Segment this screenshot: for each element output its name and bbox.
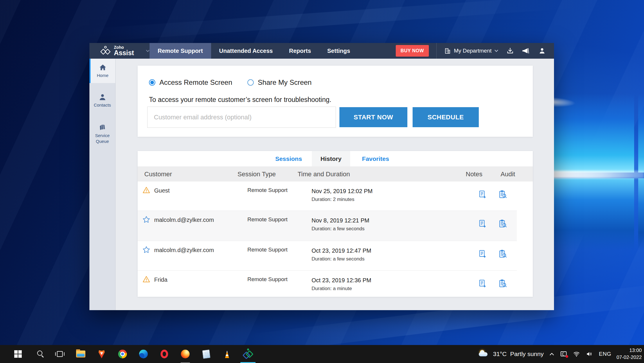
contacts-person-icon <box>99 94 106 100</box>
language-indicator[interactable]: ENG <box>599 351 611 357</box>
zoho-assist-window: Zoho Assist Remote Support Unattended Ac… <box>89 43 554 310</box>
session-type: Remote Support <box>247 247 287 253</box>
temperature: 31°C <box>493 351 507 357</box>
announcements-megaphone-icon[interactable] <box>522 47 530 55</box>
windows-taskbar: 31°C Partly sunny <box>0 345 644 363</box>
warning-icon <box>142 186 150 194</box>
session-duration: Duration: a minute <box>312 286 352 292</box>
system-tray: 31°C Partly sunny <box>478 345 642 363</box>
chevron-down-icon[interactable] <box>146 50 150 52</box>
clock-date: 07-02-2022 <box>616 355 642 360</box>
chrome-taskbar-button[interactable] <box>112 345 133 363</box>
table-row[interactable]: malcolm.d@zylker.com Remote Support Oct … <box>138 241 533 271</box>
start-session-controls: START NOW SCHEDULE <box>147 107 479 128</box>
partly-sunny-icon <box>478 350 490 358</box>
tab-reports[interactable]: Reports <box>281 43 319 59</box>
start-now-button[interactable]: START NOW <box>339 107 407 127</box>
taskbar-clock[interactable]: 13:00 07-02-2022 <box>616 347 642 361</box>
volume-icon[interactable] <box>586 351 593 357</box>
customer-name: Guest <box>154 187 170 194</box>
wifi-icon[interactable] <box>573 351 580 357</box>
department-building-icon <box>444 48 451 54</box>
wallpaper-window-pane <box>638 94 644 172</box>
view-audit-icon[interactable] <box>498 279 508 288</box>
wallpaper-window-pane <box>551 178 634 250</box>
tab-sessions[interactable]: Sessions <box>265 151 312 166</box>
start-taskbar-button[interactable] <box>8 345 28 363</box>
search-icon <box>37 351 42 356</box>
vlc-taskbar-button[interactable] <box>217 345 238 363</box>
column-audit: Audit <box>501 170 515 178</box>
sidebar-item-home[interactable]: Home <box>89 59 115 83</box>
session-type: Remote Support <box>247 276 287 283</box>
weather-condition: Partly sunny <box>510 351 544 357</box>
column-time-duration: Time and Duration <box>298 170 350 178</box>
task-view-taskbar-button[interactable] <box>49 345 70 363</box>
session-type: Remote Support <box>247 187 287 193</box>
tab-favorites[interactable]: Favorites <box>350 151 401 166</box>
schedule-button[interactable]: SCHEDULE <box>413 107 479 127</box>
firefox-taskbar-button[interactable] <box>175 345 196 363</box>
access-remote-screen-radio[interactable] <box>149 79 155 86</box>
brave-taskbar-button[interactable] <box>91 345 112 363</box>
main-content: Access Remote Screen Share My Screen To … <box>116 59 554 310</box>
zoho-assist-taskbar-button[interactable] <box>238 345 258 363</box>
start-icon <box>14 350 22 358</box>
show-hidden-icons-chevron[interactable] <box>549 353 554 356</box>
firefox-icon <box>181 350 190 358</box>
view-audit-icon[interactable] <box>498 190 508 199</box>
edge-icon <box>139 350 148 358</box>
history-tabs: Sessions History Favorites <box>138 151 533 166</box>
remote-session-description: To access your remote customer’s screen … <box>149 96 331 104</box>
add-notes-icon[interactable] <box>478 190 487 199</box>
customer-email-input[interactable] <box>147 107 336 128</box>
notepad-icon <box>202 349 210 359</box>
session-time: Oct 23, 2019 12:47 PM <box>312 247 371 254</box>
view-audit-icon[interactable] <box>498 249 508 258</box>
favorite-star-icon[interactable] <box>142 215 150 224</box>
tab-history[interactable]: History <box>312 151 350 166</box>
sidebar-item-service-queue[interactable]: Service Queue <box>89 119 115 148</box>
table-row[interactable]: Guest Remote Support Nov 25, 2019 12:02 … <box>138 182 533 211</box>
taskbar-pinned-apps <box>8 345 258 363</box>
service-queue-icon <box>98 123 107 131</box>
tab-unattended-access[interactable]: Unattended Access <box>211 43 281 59</box>
column-notes: Notes <box>466 170 482 178</box>
buy-now-button[interactable]: BUY NOW <box>396 45 429 57</box>
view-audit-icon[interactable] <box>498 219 508 228</box>
task-view-icon <box>57 351 63 357</box>
user-account-icon[interactable] <box>538 47 546 55</box>
notepad-taskbar-button[interactable] <box>196 345 217 363</box>
table-row[interactable]: malcolm.d@zylker.com Remote Support Nov … <box>138 211 533 241</box>
table-row[interactable]: Frida Remote Support Oct 23, 2019 12:36 … <box>138 271 533 296</box>
add-notes-icon[interactable] <box>478 249 487 258</box>
add-notes-icon[interactable] <box>478 279 487 288</box>
search-taskbar-button[interactable] <box>28 345 49 363</box>
notification-badge <box>566 355 568 358</box>
home-icon <box>99 64 107 71</box>
favorite-star-icon[interactable] <box>142 246 150 254</box>
file-explorer-icon <box>76 351 85 357</box>
wallpaper-window-crossbar-glow <box>549 171 644 178</box>
tab-remote-support[interactable]: Remote Support <box>150 43 211 59</box>
share-my-screen-label[interactable]: Share My Screen <box>258 78 312 87</box>
tab-settings[interactable]: Settings <box>319 43 358 59</box>
add-notes-icon[interactable] <box>478 219 487 228</box>
chevron-down-icon <box>494 50 498 52</box>
edge-taskbar-button[interactable] <box>133 345 154 363</box>
sidebar-item-contacts[interactable]: Contacts <box>89 89 115 112</box>
session-rows: Guest Remote Support Nov 25, 2019 12:02 … <box>138 182 533 296</box>
top-navbar: Zoho Assist Remote Support Unattended Ac… <box>89 43 554 59</box>
action-center-icon[interactable] <box>560 351 567 357</box>
file-explorer-taskbar-button[interactable] <box>70 345 91 363</box>
zoho-assist-logo[interactable]: Zoho Assist <box>89 43 150 59</box>
department-selector[interactable]: My Department <box>444 48 498 54</box>
customer-name: malcolm.d@zylker.com <box>154 217 214 223</box>
column-session-type: Session Type <box>238 170 276 178</box>
download-icon[interactable] <box>506 47 514 55</box>
department-label: My Department <box>454 48 492 54</box>
opera-taskbar-button[interactable] <box>154 345 175 363</box>
weather-widget[interactable]: 31°C Partly sunny <box>478 350 544 358</box>
share-my-screen-radio[interactable] <box>247 79 254 86</box>
access-remote-screen-label[interactable]: Access Remote Screen <box>159 78 232 87</box>
